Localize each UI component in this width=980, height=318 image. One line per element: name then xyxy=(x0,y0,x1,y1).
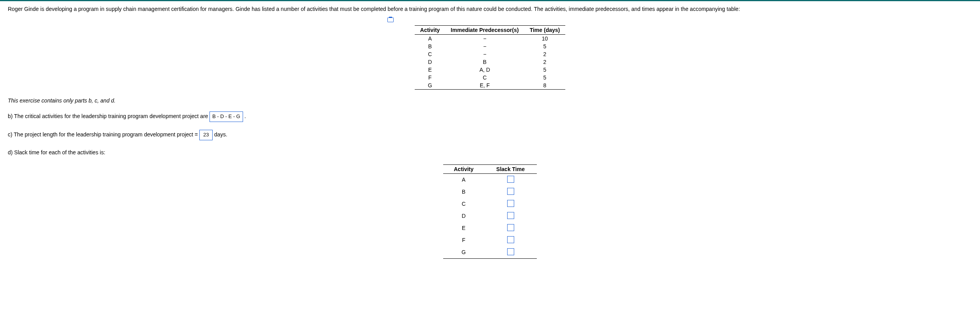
exercise-note: This exercise contains only parts b, c, … xyxy=(8,97,972,104)
part-d-text: d) Slack time for each of the activities… xyxy=(8,149,105,155)
table-row: A−10 xyxy=(415,35,565,43)
table-row: DB2 xyxy=(415,58,565,66)
table-row: C−2 xyxy=(415,50,565,58)
slack-input-g[interactable] xyxy=(507,248,514,255)
part-c: c) The project length for the leadership… xyxy=(8,130,972,140)
slack-input-f[interactable] xyxy=(507,236,514,243)
slack-input-e[interactable] xyxy=(507,224,514,231)
table-row: A xyxy=(443,173,537,186)
table-row: F xyxy=(443,234,537,246)
part-b-text: b) The critical activities for the leade… xyxy=(8,113,208,119)
table-row: B xyxy=(443,186,537,198)
col-activity: Activity xyxy=(443,164,484,173)
table-row: EA, D5 xyxy=(415,66,565,74)
intro-text: Roger Ginde is developing a program in s… xyxy=(8,5,972,13)
col-slack: Slack Time xyxy=(484,164,537,173)
print-icon[interactable] xyxy=(387,18,394,22)
part-c-text: c) The project length for the leadership… xyxy=(8,131,199,138)
table-row: G xyxy=(443,246,537,259)
table-row: GE, F8 xyxy=(415,81,565,90)
part-b-answer[interactable]: B - D - E - G xyxy=(209,111,243,122)
table-row: C xyxy=(443,198,537,210)
slack-input-d[interactable] xyxy=(507,212,514,219)
table-row: FC5 xyxy=(415,74,565,81)
slack-input-b[interactable] xyxy=(507,188,514,195)
slack-input-a[interactable] xyxy=(507,176,514,183)
slack-table: Activity Slack Time A B C D E F G xyxy=(443,164,537,259)
col-activity: Activity xyxy=(415,26,446,35)
part-c-answer[interactable]: 23 xyxy=(199,130,213,140)
slack-input-c[interactable] xyxy=(507,200,514,207)
col-predecessor: Immediate Predecessor(s) xyxy=(445,26,524,35)
table-row: E xyxy=(443,222,537,234)
part-d: d) Slack time for each of the activities… xyxy=(8,148,972,157)
part-b: b) The critical activities for the leade… xyxy=(8,111,972,122)
table-row: D xyxy=(443,210,537,222)
table-row: B−5 xyxy=(415,42,565,50)
part-b-suffix: . xyxy=(245,113,246,119)
part-c-suffix: days. xyxy=(214,131,227,138)
col-time: Time (days) xyxy=(524,26,566,35)
activity-table: Activity Immediate Predecessor(s) Time (… xyxy=(415,25,565,90)
